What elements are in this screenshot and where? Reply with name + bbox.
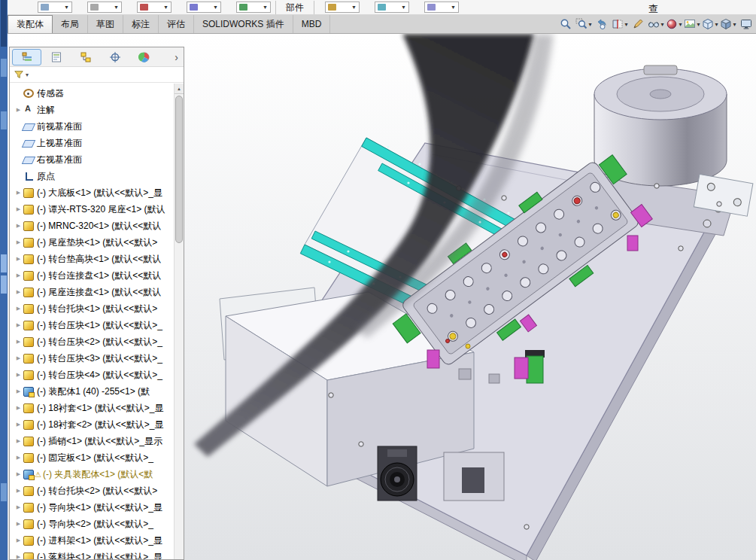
- expand-arrow-icon[interactable]: ▶: [14, 223, 23, 229]
- command-tab-label: 标注: [132, 18, 150, 31]
- tree-item[interactable]: ▶ ⚠ (-) 导向块<2> (默认<<默认>_: [10, 516, 174, 532]
- panel-expand-chevron-icon[interactable]: ›: [172, 51, 181, 63]
- tree-item[interactable]: ▶ ⚠ (-) 转台压块<2> (默认<<默认>_: [10, 333, 174, 350]
- filter-funnel-icon[interactable]: [14, 69, 24, 80]
- expand-arrow-icon[interactable]: ▶: [14, 190, 23, 196]
- tree-item[interactable]: ▶ ⚠ (-) 转台垫高块<1> (默认<<默认: [10, 251, 174, 267]
- expand-arrow-icon[interactable]: ▶: [14, 239, 23, 245]
- display-style-button[interactable]: [719, 16, 737, 32]
- tree-item[interactable]: ▶ ⚠ 注解: [10, 102, 174, 118]
- expand-arrow-icon[interactable]: ▶: [14, 422, 23, 428]
- expand-arrow-icon[interactable]: ▶: [14, 438, 23, 444]
- expand-arrow-icon[interactable]: ▶: [14, 388, 23, 394]
- tree-item[interactable]: ▶ ⚠ 上视基准面: [10, 135, 174, 151]
- connector-knob[interactable]: [378, 446, 417, 501]
- tree-item[interactable]: ▶ ⚠ (-) 固定板<1> (默认<<默认>_: [10, 449, 174, 466]
- scroll-up-arrow[interactable]: ▲: [175, 84, 184, 94]
- tree-item[interactable]: ▶ ⚠ (-) MRNC-320<1> (默认<<默认: [10, 218, 174, 234]
- expand-arrow-icon[interactable]: ▶: [14, 537, 23, 543]
- expand-arrow-icon[interactable]: ▶: [14, 471, 23, 477]
- expand-arrow-icon[interactable]: ▶: [14, 289, 23, 295]
- command-tab[interactable]: MBD: [293, 15, 331, 33]
- property-manager-tab[interactable]: [41, 49, 71, 65]
- tree-item[interactable]: ▶ ⚠ (-) 大底板<1> (默认<<默认>_显: [10, 184, 174, 201]
- dimxpert-manager-tab[interactable]: [100, 49, 129, 65]
- front-block[interactable]: [444, 452, 504, 501]
- tree-item[interactable]: ▶ ⚠ (-) 转台压块<4> (默认<<默认>_: [10, 367, 174, 383]
- tree-item[interactable]: ▶ ⚠ (-) 转台压块<3> (默认<<默认>_: [10, 350, 174, 367]
- expand-arrow-icon[interactable]: ▶: [14, 504, 23, 510]
- toolbar-dropdown[interactable]: ▼: [375, 2, 409, 13]
- toolbar-dropdown[interactable]: ▼: [137, 2, 172, 13]
- previous-view-button[interactable]: [593, 16, 611, 32]
- tree-item[interactable]: ▶ ⚠ (-) 转台压块<1> (默认<<默认>_: [10, 317, 174, 333]
- toolbar-dropdown[interactable]: ▼: [424, 2, 459, 13]
- section-view-button[interactable]: [611, 16, 629, 32]
- zoom-fit-button[interactable]: [557, 16, 575, 32]
- toolbar-dropdown[interactable]: ▼: [236, 2, 271, 13]
- tree-item[interactable]: ▶ ⚠ 原点: [10, 168, 174, 184]
- scrollbar-thumb[interactable]: [175, 96, 183, 243]
- expand-arrow-icon[interactable]: ▶: [14, 488, 23, 494]
- command-tab[interactable]: 布局: [53, 15, 88, 33]
- edit-appearance-button[interactable]: [665, 16, 683, 32]
- tree-item[interactable]: ▶ ⚠ (-) 装配体1 (40) -255<1> (默: [10, 383, 174, 400]
- tree-item[interactable]: ▶ ⚠ (-) 插销<1> (默认<<默认>_显示: [10, 433, 174, 449]
- tree-item[interactable]: ▶ ⚠ (-) 谭兴-RTS-320 尾座<1> (默认: [10, 201, 174, 218]
- expand-arrow-icon[interactable]: ▶: [14, 306, 23, 312]
- toolbar-dropdown[interactable]: ▼: [38, 2, 72, 13]
- toolbar-dropdown[interactable]: ▼: [87, 2, 122, 13]
- expand-arrow-icon[interactable]: ▶: [14, 339, 23, 345]
- tree-item[interactable]: ▶ ⚠ 传感器: [10, 85, 174, 102]
- expand-arrow-icon[interactable]: ▶: [14, 554, 23, 559]
- hide-show-button[interactable]: [647, 16, 665, 32]
- configuration-manager-tab[interactable]: [71, 49, 100, 65]
- tree-item[interactable]: ▶ ⚠ (-) 夹具装配体<1> (默认<默: [10, 466, 174, 482]
- expand-arrow-icon[interactable]: ▶: [14, 455, 23, 461]
- expand-arrow-icon[interactable]: ▶: [14, 355, 23, 361]
- view-tool-icon: [632, 18, 644, 30]
- tree-item-label: (-) 进料架<1> (默认<<默认>_显: [37, 534, 162, 547]
- screen-monitor-button[interactable]: [737, 16, 755, 32]
- panel-tab-icon: [50, 51, 62, 63]
- part-button[interactable]: 部件: [275, 1, 314, 14]
- chevron-down-icon[interactable]: ▾: [26, 72, 29, 78]
- tree-item[interactable]: ▶ ⚠ (-) 转台连接盘<1> (默认<<默认: [10, 267, 174, 284]
- feature-manager-tab[interactable]: [12, 49, 41, 65]
- tree-item[interactable]: ▶ ⚠ 前视基准面: [10, 118, 174, 135]
- tree-item[interactable]: ▶ ⚠ (-) 18衬套<2> (默认<<默认>_显: [10, 416, 174, 433]
- expand-arrow-icon[interactable]: ▶: [14, 256, 23, 262]
- view-orientation-button[interactable]: [701, 16, 719, 32]
- expand-arrow-icon[interactable]: ▶: [14, 372, 23, 378]
- command-tab[interactable]: 标注: [123, 15, 159, 33]
- tree-item[interactable]: ▶ ⚠ (-) 转台托块<1> (默认<<默认>: [10, 300, 174, 317]
- display-manager-tab[interactable]: [129, 49, 159, 65]
- tree-item[interactable]: ▶ ⚠ (-) 转台托块<2> (默认<<默认>: [10, 482, 174, 499]
- expand-arrow-icon[interactable]: ▶: [14, 107, 23, 113]
- command-tab[interactable]: 草图: [88, 15, 123, 33]
- annotation-3d-button[interactable]: [629, 16, 647, 32]
- toolbar-dropdown[interactable]: ▼: [325, 2, 360, 13]
- tree-item[interactable]: ▶ ⚠ (-) 18衬套<1> (默认<<默认>_显: [10, 400, 174, 416]
- toolbar-dropdown[interactable]: ▼: [187, 2, 221, 13]
- expand-arrow-icon[interactable]: ▶: [14, 521, 23, 527]
- command-tab[interactable]: 装配体: [8, 15, 53, 33]
- tree-scrollbar[interactable]: ▲: [174, 84, 184, 559]
- tree-item[interactable]: ▶ ⚠ (-) 尾座连接盘<1> (默认<<默认: [10, 284, 174, 300]
- expand-arrow-icon[interactable]: ▶: [14, 405, 23, 411]
- expand-arrow-icon[interactable]: ▶: [14, 206, 23, 212]
- tree-item[interactable]: ▶ ⚠ (-) 落料块<1> (默认<<默认>_显: [10, 549, 174, 559]
- zoom-area-button[interactable]: [575, 16, 593, 32]
- tree-item[interactable]: ▶ ⚠ (-) 尾座垫块<1> (默认<<默认>: [10, 234, 174, 251]
- expand-arrow-icon[interactable]: ▶: [14, 272, 23, 278]
- expand-arrow-icon[interactable]: ▶: [14, 322, 23, 328]
- command-tab[interactable]: SOLIDWORKS 插件: [194, 15, 293, 33]
- apply-scene-button[interactable]: [683, 16, 701, 32]
- command-tab[interactable]: 评估: [159, 15, 194, 33]
- chevron-down-icon: ▼: [114, 5, 119, 10]
- tree-item[interactable]: ▶ ⚠ 右视基准面: [10, 151, 174, 168]
- tree-item[interactable]: ▶ ⚠ (-) 进料架<1> (默认<<默认>_显: [10, 532, 174, 549]
- view-tool-icon: [684, 18, 696, 30]
- solidworks-window: ▼ ▼ ▼ ▼ ▼: [0, 0, 756, 560]
- tree-item[interactable]: ▶ ⚠ (-) 导向块<1> (默认<<默认>_显: [10, 499, 174, 516]
